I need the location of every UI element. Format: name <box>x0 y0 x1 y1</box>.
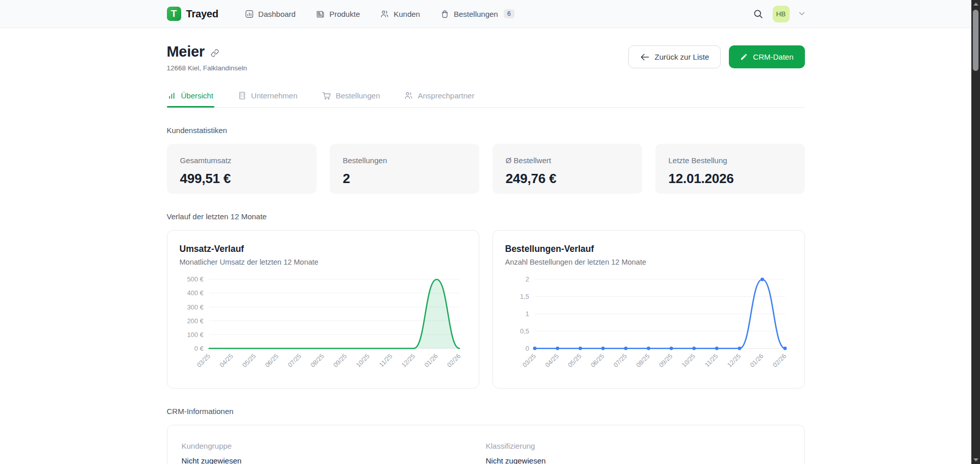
svg-text:01/26: 01/26 <box>748 352 765 369</box>
triangle-down-icon <box>973 458 978 461</box>
svg-text:04/25: 04/25 <box>544 352 560 369</box>
brand[interactable]: T Trayed <box>167 7 218 21</box>
svg-text:03/25: 03/25 <box>521 352 537 369</box>
nav-item-label: Dashboard <box>258 10 296 18</box>
user-avatar[interactable]: HB <box>773 6 790 22</box>
page-header: Meier 12668 Kiel, Falklandinseln Zurü <box>167 28 805 72</box>
orders-count-badge: 6 <box>504 9 514 18</box>
svg-text:11/25: 11/25 <box>703 352 719 368</box>
chart-subtitle: Anzahl Bestellungen der letzten 12 Monat… <box>505 258 792 266</box>
tab-label: Bestellungen <box>336 91 380 100</box>
crm-field-value: Nicht zugewiesen <box>486 456 790 464</box>
svg-text:10/25: 10/25 <box>354 352 371 369</box>
crm-field-value: Nicht zugewiesen <box>182 456 486 464</box>
svg-text:04/25: 04/25 <box>218 352 234 369</box>
nav-item-bestellungen[interactable]: Bestellungen 6 <box>440 9 514 18</box>
search-button[interactable] <box>753 9 764 19</box>
orders-chart-card: Bestellungen-Verlauf Anzahl Bestellungen… <box>493 230 805 389</box>
svg-text:100 €: 100 € <box>187 331 203 339</box>
nav-item-label: Bestellungen <box>454 10 498 18</box>
nav-item-label: Kunden <box>394 10 420 18</box>
revenue-chart-card: Umsatz-Verlauf Monatlicher Umsatz der le… <box>167 230 479 389</box>
svg-text:200 €: 200 € <box>187 317 203 325</box>
svg-text:12/25: 12/25 <box>400 352 416 369</box>
link-icon <box>211 49 219 57</box>
svg-text:06/25: 06/25 <box>263 352 280 369</box>
user-menu-chevron[interactable] <box>799 12 805 16</box>
products-icon <box>316 10 325 18</box>
svg-text:05/25: 05/25 <box>567 352 583 369</box>
page-title: Meier <box>167 43 205 60</box>
users-icon <box>404 91 413 100</box>
svg-text:09/25: 09/25 <box>332 352 348 369</box>
svg-text:500 €: 500 € <box>187 275 203 283</box>
arrow-left-icon <box>640 53 650 61</box>
nav-item-dashboard[interactable]: Dashboard <box>245 10 296 18</box>
stat-card-letzte-bestellung: Letzte Bestellung 12.01.2026 <box>655 144 805 194</box>
tab-ansprechpartner[interactable]: Ansprechpartner <box>403 88 475 107</box>
orders-icon <box>440 10 449 18</box>
crm-info-card: Kundengruppe Nicht zugewiesen Klassifizi… <box>167 425 805 464</box>
svg-text:0,5: 0,5 <box>520 327 529 335</box>
triangle-up-icon <box>973 3 978 6</box>
customers-icon <box>380 10 389 18</box>
scrollbar-down-arrow[interactable] <box>971 456 980 464</box>
customer-address: 12668 Kiel, Falklandinseln <box>167 64 248 72</box>
stat-label: Ø Bestellwert <box>506 156 629 165</box>
nav-item-produkte[interactable]: Produkte <box>316 10 360 18</box>
stat-value: 499,51 € <box>180 171 303 187</box>
svg-text:08/25: 08/25 <box>634 352 651 369</box>
svg-text:02/26: 02/26 <box>446 352 462 369</box>
svg-text:10/25: 10/25 <box>680 352 696 369</box>
search-icon <box>753 9 764 19</box>
stats-section-title: Kundenstatistiken <box>167 126 805 135</box>
svg-text:02/26: 02/26 <box>771 352 788 369</box>
pencil-icon <box>740 53 748 61</box>
back-to-list-button[interactable]: Zurück zur Liste <box>628 45 721 68</box>
stat-value: 249,76 € <box>506 171 629 187</box>
dashboard-icon <box>245 10 254 18</box>
svg-text:08/25: 08/25 <box>309 352 325 369</box>
stat-value: 12.01.2026 <box>669 171 792 187</box>
stat-label: Gesamtumsatz <box>180 156 303 165</box>
shopping-cart-icon <box>322 91 331 100</box>
main-navigation: Dashboard Produkte <box>245 9 753 18</box>
svg-text:03/25: 03/25 <box>195 352 211 369</box>
svg-text:06/25: 06/25 <box>589 352 605 369</box>
svg-text:1: 1 <box>525 310 529 318</box>
vertical-scrollbar[interactable] <box>971 0 980 464</box>
charts-grid: Umsatz-Verlauf Monatlicher Umsatz der le… <box>167 230 805 389</box>
chart-title: Bestellungen-Verlauf <box>505 244 792 254</box>
chevron-down-icon <box>799 12 805 16</box>
svg-text:300 €: 300 € <box>187 303 203 311</box>
charts-section-title: Verlauf der letzten 12 Monate <box>167 212 805 221</box>
top-navbar: T Trayed Dashboard <box>0 0 971 28</box>
crm-data-button[interactable]: CRM-Daten <box>729 45 804 68</box>
stat-card-gesamtumsatz: Gesamtumsatz 499,51 € <box>167 144 316 194</box>
tab-unternehmen[interactable]: Unternehmen <box>237 88 299 107</box>
stat-label: Bestellungen <box>343 156 466 165</box>
svg-text:400 €: 400 € <box>187 289 203 297</box>
crm-button-label: CRM-Daten <box>753 53 793 61</box>
svg-text:12/25: 12/25 <box>726 352 742 369</box>
scrollbar-up-arrow[interactable] <box>971 0 980 8</box>
chart-title: Umsatz-Verlauf <box>180 244 467 254</box>
bar-chart-icon <box>168 91 177 100</box>
scrollbar-thumb[interactable] <box>973 10 978 71</box>
tab-bar: Übersicht Unternehmen Bestellungen <box>167 88 805 108</box>
tab-uebersicht[interactable]: Übersicht <box>167 88 214 107</box>
svg-text:07/25: 07/25 <box>612 352 628 369</box>
tab-bestellungen[interactable]: Bestellungen <box>321 88 381 107</box>
orders-line-chart: 00,511,5203/2504/2505/2506/2507/2508/250… <box>505 273 792 381</box>
nav-item-kunden[interactable]: Kunden <box>380 10 420 18</box>
stat-card-bestellwert: Ø Bestellwert 249,76 € <box>493 144 642 194</box>
svg-text:01/26: 01/26 <box>423 352 439 369</box>
stat-label: Letzte Bestellung <box>669 156 792 165</box>
app-viewport: T Trayed Dashboard <box>0 0 971 464</box>
copy-link-button[interactable] <box>211 49 219 57</box>
back-button-label: Zurück zur Liste <box>655 53 709 61</box>
stats-grid: Gesamtumsatz 499,51 € Bestellungen 2 Ø B… <box>167 144 805 194</box>
svg-text:07/25: 07/25 <box>286 352 303 369</box>
building-icon <box>238 91 247 100</box>
svg-text:2: 2 <box>525 275 529 283</box>
